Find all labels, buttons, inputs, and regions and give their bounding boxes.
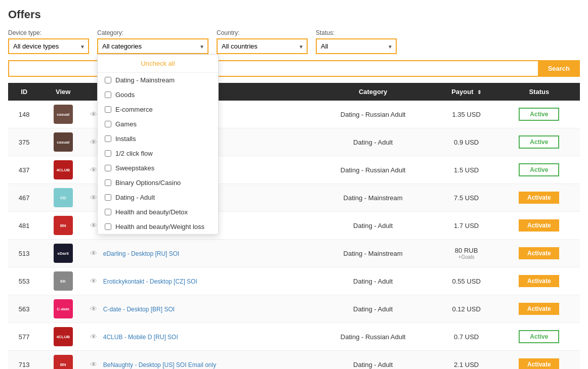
row-status: Active [498, 101, 580, 128]
eye-icon[interactable]: 👁 [90, 305, 97, 313]
page-container: Offers Device type: All device types Cat… [0, 0, 588, 369]
logo-image: BN [54, 216, 73, 235]
category-select[interactable]: All categories [97, 38, 208, 54]
row-category: Dating - Russian Adult [312, 156, 435, 184]
row-id: 713 [8, 351, 40, 370]
offer-link[interactable]: BeNaughty - Desktop [US] SOI Email only [103, 361, 216, 368]
activate-button[interactable]: Activate [519, 219, 559, 232]
col-view: View [40, 83, 86, 101]
col-payout[interactable]: Payout ⇕ [435, 83, 498, 101]
row-status: Activate [498, 295, 580, 323]
dropdown-item-checkbox[interactable] [105, 165, 111, 171]
offer-link[interactable]: eDarling - Desktop [RU] SOI [103, 250, 180, 257]
status-select[interactable]: All [316, 38, 397, 54]
search-button[interactable]: Search [538, 60, 580, 77]
activate-button[interactable]: Activate [519, 275, 559, 287]
status-active-badge: Active [519, 163, 559, 176]
activate-button[interactable]: Activate [519, 358, 559, 369]
activate-button[interactable]: Activate [519, 247, 559, 259]
row-offer-name: 👁 eDarling - Desktop [RU] SOI [86, 240, 311, 267]
dropdown-item[interactable]: Binary Options/Casino [98, 175, 218, 190]
device-type-select-wrapper: All device types [8, 38, 89, 54]
logo-image: casual [54, 132, 73, 152]
dropdown-item-checkbox[interactable] [105, 223, 111, 230]
eye-icon[interactable]: 👁 [90, 166, 97, 174]
row-logo: BN [40, 212, 86, 240]
row-status: Activate [498, 240, 580, 267]
country-filter: Country: All countries [217, 29, 308, 54]
device-type-filter: Device type: All device types [8, 29, 89, 54]
row-category: Dating - Mainstream [312, 240, 435, 267]
dropdown-item[interactable]: Goods [98, 87, 218, 102]
payout-sort-icon: ⇕ [477, 89, 481, 95]
eye-icon[interactable]: 👁 [90, 277, 97, 285]
row-status: Active [498, 156, 580, 184]
dropdown-item-label: Sweepstakes [115, 164, 154, 172]
row-logo: C-date [40, 295, 86, 323]
row-id: 553 [8, 267, 40, 295]
row-logo: EK [40, 267, 86, 295]
row-payout: 7.5 USD [435, 184, 498, 212]
activate-button[interactable]: Activate [519, 303, 559, 315]
row-payout: 2.1 USD [435, 351, 498, 370]
logo-image: C-date [54, 299, 73, 318]
row-id: 563 [8, 295, 40, 323]
category-select-wrapper: All categories [97, 38, 208, 54]
dropdown-item-label: Goods [115, 91, 135, 99]
row-offer-name: 👁 4CLUB - Mobile D [RU] SOI [86, 323, 311, 351]
search-input[interactable] [8, 60, 538, 77]
row-category: Dating - Adult [312, 351, 435, 370]
dropdown-item-checkbox[interactable] [105, 150, 111, 157]
eye-icon[interactable]: 👁 [90, 360, 97, 368]
dropdown-item[interactable]: Dating - Mainstream [98, 73, 218, 87]
eye-icon[interactable]: 👁 [90, 110, 97, 118]
status-active-badge: Active [519, 330, 559, 343]
table-row: 513eDarli 👁 eDarling - Desktop [RU] SOI … [8, 240, 580, 267]
eye-icon[interactable]: 👁 [90, 138, 97, 146]
dropdown-item[interactable]: Health and beauty/Detox [98, 205, 218, 219]
dropdown-item[interactable]: Games [98, 117, 218, 131]
offer-link[interactable]: Erotickykontakt - Desktop [CZ] SOI [103, 278, 197, 285]
dropdown-item-checkbox[interactable] [105, 121, 111, 127]
eye-icon[interactable]: 👁 [90, 333, 97, 341]
row-category: Dating - Adult [312, 212, 435, 240]
table-row: 481BN 👁 BeNaughty - Mobile [US] SOI Emai… [8, 212, 580, 240]
dropdown-item[interactable]: Installs [98, 131, 218, 146]
status-active-badge: Active [519, 108, 559, 121]
device-type-select[interactable]: All device types [8, 38, 89, 54]
table-row: 4374CLUB 👁 4CLUB - Desktop... Dating - R… [8, 156, 580, 184]
dropdown-item-checkbox[interactable] [105, 91, 111, 98]
dropdown-item[interactable]: E-commerce [98, 102, 218, 117]
dropdown-item-checkbox[interactable] [105, 209, 111, 215]
row-id: 437 [8, 156, 40, 184]
dropdown-item[interactable]: 1/2 click flow [98, 146, 218, 161]
dropdown-item-checkbox[interactable] [105, 77, 111, 83]
category-dropdown: Uncheck all Dating - MainstreamGoodsE-co… [97, 54, 219, 235]
eye-icon[interactable]: 👁 [90, 194, 97, 202]
dropdown-item-label: Dating - Adult [115, 194, 155, 201]
dropdown-item-label: Dating - Mainstream [115, 76, 175, 84]
dropdown-item-checkbox[interactable] [105, 179, 111, 186]
logo-image: eDarli [54, 244, 73, 263]
status-select-wrapper: All [316, 38, 397, 54]
dropdown-item[interactable]: Health and beauty/Weight loss [98, 219, 218, 234]
search-row: Search [8, 60, 580, 77]
activate-button[interactable]: Activate [519, 192, 559, 204]
eye-icon[interactable]: 👁 [90, 249, 97, 257]
table-row: 713BN 👁 BeNaughty - Desktop [US] SOI Ema… [8, 351, 580, 370]
dropdown-item[interactable]: Sweepstakes [98, 161, 218, 175]
status-filter: Status: All [316, 29, 397, 54]
offer-link[interactable]: C-date - Desktop [BR] SOI [103, 306, 175, 313]
device-type-label: Device type: [8, 29, 89, 36]
dropdown-item-checkbox[interactable] [105, 135, 111, 142]
offer-link[interactable]: 4CLUB - Mobile D [RU] SOI [103, 334, 178, 341]
uncheck-all-button[interactable]: Uncheck all [98, 55, 218, 73]
eye-icon[interactable]: 👁 [90, 221, 97, 229]
row-category: Dating - Russian Adult [312, 101, 435, 128]
dropdown-item-checkbox[interactable] [105, 106, 111, 113]
country-select[interactable]: All countries [217, 38, 308, 54]
page-title: Offers [8, 8, 580, 21]
dropdown-item-checkbox[interactable] [105, 194, 111, 201]
dropdown-item[interactable]: Dating - Adult [98, 190, 218, 205]
row-payout: 1.5 USD [435, 156, 498, 184]
